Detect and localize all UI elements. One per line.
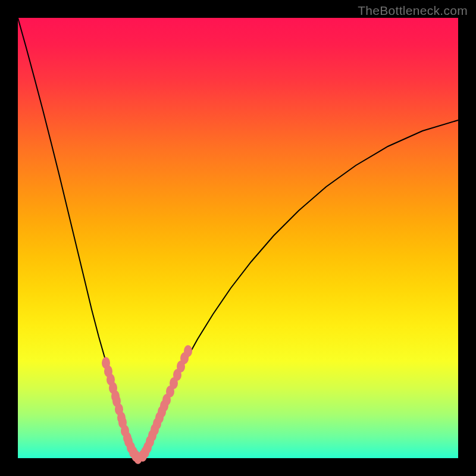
chart-frame: TheBottleneck.com bbox=[0, 0, 476, 476]
curve-right-branch bbox=[138, 120, 458, 458]
curve-left-branch bbox=[18, 18, 138, 458]
watermark-text: TheBottleneck.com bbox=[358, 4, 468, 18]
plot-area bbox=[18, 18, 458, 458]
bead bbox=[184, 345, 192, 357]
curve-layer bbox=[18, 18, 458, 458]
beads-right-group bbox=[139, 345, 192, 462]
beads-left-group bbox=[102, 357, 142, 464]
